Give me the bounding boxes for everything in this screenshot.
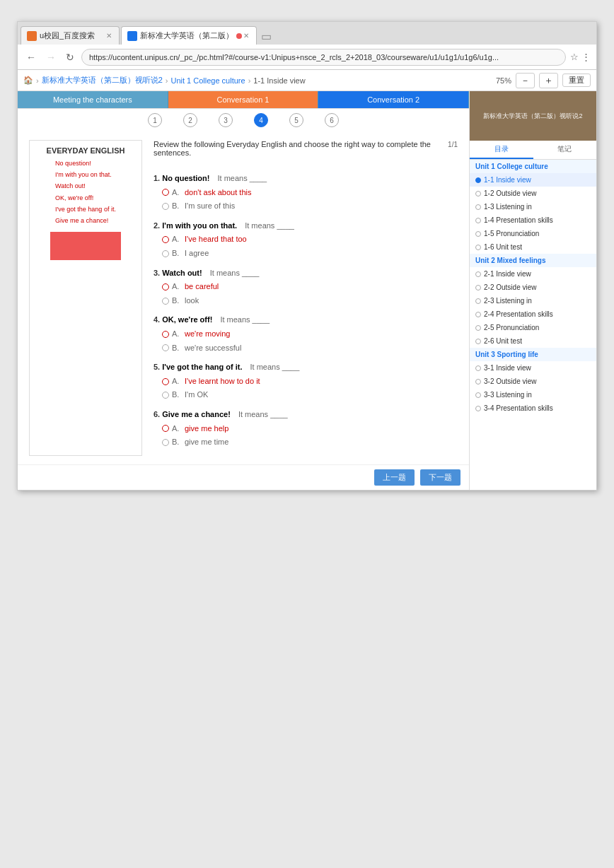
sidebar-item-3-2[interactable]: 3-2 Outside view	[470, 375, 596, 388]
exercise-area: EVERYDAY ENGLISH No question! I'm with y…	[18, 131, 469, 464]
q6-option-a[interactable]: A. give me help	[162, 423, 458, 435]
question-3: 3. Watch out! It means ____ A. be carefu…	[154, 267, 458, 307]
sidebar-section-3: Unit 3 Sporting life	[470, 348, 596, 361]
sidebar-item-3-4[interactable]: 3-4 Presentation skills	[470, 401, 596, 415]
tab-meeting[interactable]: Meeting the characters	[18, 91, 168, 108]
address-input[interactable]	[81, 49, 566, 66]
tab-bar: u校园_百度搜索 ✕ 新标准大学英语（第二版） ✕ ▭	[18, 22, 596, 45]
breadcrumb-home-icon: 🏠	[23, 76, 33, 85]
nav-tabs: Meeting the characters Conversation 1 Co…	[18, 91, 469, 109]
refresh-button[interactable]: ↻	[63, 50, 77, 64]
ee-image	[50, 232, 121, 260]
questions-panel: Review the following Everyday English an…	[154, 140, 458, 456]
q5-option-a[interactable]: A. I've learnt how to do it	[162, 375, 458, 388]
breadcrumb-course[interactable]: 新标准大学英语（第二版）视听说2	[42, 75, 163, 86]
sidebar-dot-1-2	[475, 191, 481, 197]
question-4: 4. OK, we're off! It means ____ A. we're…	[154, 314, 458, 354]
sidebar-tab-notes[interactable]: 笔记	[533, 141, 597, 159]
step-6[interactable]: 6	[325, 113, 339, 127]
menu-icon[interactable]: ⋮	[581, 52, 591, 62]
zoom-level: 75%	[496, 76, 511, 85]
q3-option-a[interactable]: A. be careful	[162, 281, 458, 293]
address-bar: ← → ↻ ☆ ⋮	[18, 45, 596, 70]
question-2: 2. I'm with you on that. It means ____ A…	[154, 220, 458, 260]
sidebar-item-3-1[interactable]: 3-1 Inside view	[470, 361, 596, 375]
tab-1[interactable]: u校园_百度搜索 ✕	[21, 26, 120, 45]
tab-2-label: 新标准大学英语（第二版）	[140, 30, 233, 41]
sidebar-item-2-6[interactable]: 2-6 Unit test	[470, 334, 596, 348]
step-5[interactable]: 5	[289, 113, 303, 127]
sidebar-dot-3-4	[475, 406, 481, 411]
sidebar-dot-2-4	[475, 312, 481, 317]
bottom-nav: 上一题 下一题	[18, 464, 469, 490]
sidebar-item-2-3[interactable]: 2-3 Listening in	[470, 294, 596, 307]
sidebar-item-1-6[interactable]: 1-6 Unit test	[470, 240, 596, 254]
bookmark-icon[interactable]: ☆	[570, 52, 579, 62]
sidebar-item-1-1[interactable]: 1-1 Inside view	[470, 173, 596, 187]
question-1: 1. No question! It means ____ A. don't a…	[154, 172, 458, 213]
q4-option-b[interactable]: B. we're successful	[162, 342, 458, 355]
tab-1-label: u校园_百度搜索	[40, 30, 95, 41]
prev-button[interactable]: 上一题	[374, 469, 415, 486]
tab-icon-2	[127, 31, 137, 41]
step-2[interactable]: 2	[183, 113, 197, 127]
sidebar-item-1-4[interactable]: 1-4 Presentation skills	[470, 213, 596, 227]
tab-2[interactable]: 新标准大学英语（第二版） ✕	[121, 26, 257, 45]
sidebar: 新标准大学英语（第二版）视听说2 目录 笔记 Unit 1 College cu…	[469, 91, 596, 490]
sidebar-item-2-2[interactable]: 2-2 Outside view	[470, 281, 596, 294]
sidebar-tab-toc[interactable]: 目录	[470, 141, 533, 159]
zoom-in-button[interactable]: ＋	[539, 73, 558, 88]
back-button[interactable]: ←	[23, 50, 39, 64]
sidebar-item-2-1[interactable]: 2-1 Inside view	[470, 267, 596, 281]
step-4[interactable]: 4	[254, 113, 268, 127]
sidebar-dot-1-5	[475, 231, 481, 237]
sidebar-dot-2-2	[475, 285, 481, 291]
q6-option-b[interactable]: B. give me time	[162, 436, 458, 449]
sidebar-dot-2-6	[475, 339, 481, 344]
tab-icon-1	[27, 31, 37, 41]
sidebar-dot-2-5	[475, 325, 481, 331]
sidebar-dot-1-4	[475, 218, 481, 223]
q1-option-a[interactable]: A. don't ask about this	[162, 187, 458, 199]
q1-option-b[interactable]: B. I'm sure of this	[162, 200, 458, 213]
sidebar-dot-3-3	[475, 392, 481, 398]
zoom-out-button[interactable]: －	[516, 73, 535, 88]
sidebar-dot-1-1	[475, 177, 481, 183]
tab-indicator	[236, 33, 242, 39]
sidebar-item-1-5[interactable]: 1-5 Pronunciation	[470, 227, 596, 240]
sidebar-tabs: 目录 笔记	[470, 141, 596, 160]
course-toolbar: 🏠 › 新标准大学英语（第二版）视听说2 › Unit 1 College cu…	[18, 70, 596, 91]
step-3[interactable]: 3	[219, 113, 233, 127]
q2-option-b[interactable]: B. I agree	[162, 247, 458, 260]
breadcrumb-unit[interactable]: Unit 1 College culture	[170, 76, 245, 85]
q5-option-b[interactable]: B. I'm OK	[162, 389, 458, 401]
new-tab-button[interactable]: ▭	[258, 30, 274, 43]
step-1[interactable]: 1	[148, 113, 162, 127]
instruction: Review the following Everyday English an…	[154, 140, 448, 157]
sidebar-item-1-2[interactable]: 1-2 Outside view	[470, 187, 596, 200]
page-indicator: 1/1	[448, 141, 458, 148]
q3-option-b[interactable]: B. look	[162, 295, 458, 307]
q4-option-a[interactable]: A. we're moving	[162, 328, 458, 341]
zoom-reset-button[interactable]: 重置	[562, 74, 591, 87]
sidebar-item-2-5[interactable]: 2-5 Pronunciation	[470, 321, 596, 334]
sidebar-header-image: 新标准大学英语（第二版）视听说2	[470, 91, 596, 141]
sidebar-item-1-3[interactable]: 1-3 Listening in	[470, 200, 596, 213]
content-area: Meeting the characters Conversation 1 Co…	[18, 91, 469, 490]
tab-conversation2[interactable]: Conversation 2	[318, 91, 469, 108]
q2-option-a[interactable]: A. I've heard that too	[162, 233, 458, 246]
forward-button[interactable]: →	[43, 50, 59, 64]
sidebar-item-2-4[interactable]: 2-4 Presentation skills	[470, 307, 596, 321]
step-bar: 1 2 3 4 5 6	[18, 109, 469, 131]
sidebar-item-3-3[interactable]: 3-3 Listening in	[470, 388, 596, 401]
address-actions: ☆ ⋮	[570, 52, 591, 62]
tab-conversation1[interactable]: Conversation 1	[168, 91, 319, 108]
ee-lines: No question! I'm with you on that. Watch…	[55, 158, 116, 226]
tab-1-close[interactable]: ✕	[105, 32, 113, 40]
sidebar-section-1: Unit 1 College culture	[470, 160, 596, 173]
everyday-english-panel: EVERYDAY ENGLISH No question! I'm with y…	[29, 140, 142, 456]
ee-title: EVERYDAY ENGLISH	[47, 146, 125, 155]
next-button[interactable]: 下一题	[420, 469, 460, 486]
sidebar-dot-1-3	[475, 204, 481, 210]
tab-2-close[interactable]: ✕	[242, 32, 250, 40]
